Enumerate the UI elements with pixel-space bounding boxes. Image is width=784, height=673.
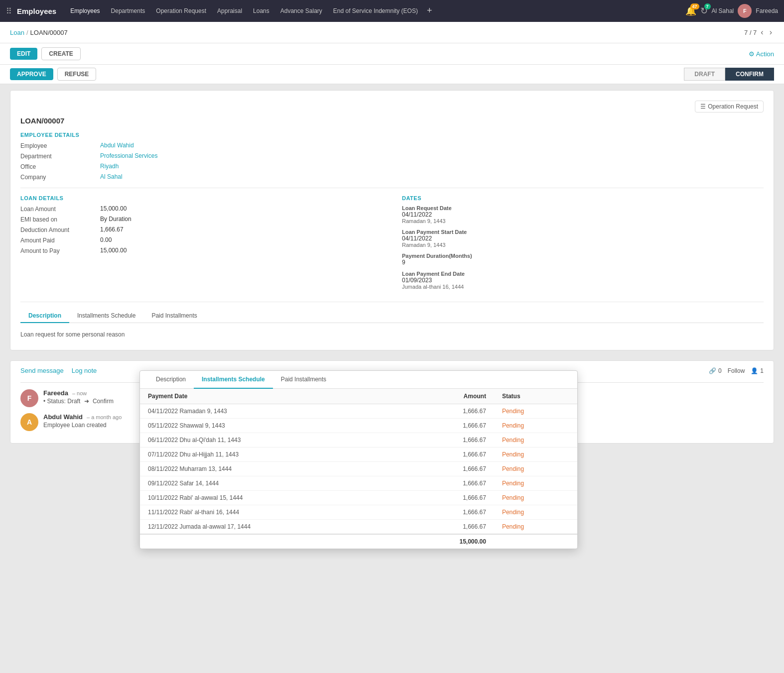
employee-field-value[interactable]: Abdul Wahid [100,142,134,149]
company-row: Company Al Sahal [20,173,764,181]
office-field-label: Office [20,163,100,170]
cell-amount: 1,666.67 [400,476,494,491]
step-draft[interactable]: DRAFT [684,68,725,81]
cell-status: Pending [494,476,577,491]
installments-popup: Description Installments Schedule Paid I… [139,370,578,549]
prev-page-button[interactable]: ‹ [759,27,765,38]
emi-value: By Duration [100,216,131,223]
create-button[interactable]: CREATE [41,47,80,60]
nav-loans[interactable]: Loans [248,5,274,16]
topnav: ⠿ Employees Employees Departments Operat… [0,0,784,22]
deduction-value: 1,666.67 [100,226,124,233]
breadcrumb-current: LOAN/00007 [30,29,68,36]
notifications-bell-wrap[interactable]: 🔔 47 [685,5,696,16]
approve-button[interactable]: APPROVE [10,68,53,80]
cell-amount: 1,666.67 [400,505,494,520]
nav-advance-salary[interactable]: Advance Salary [275,5,327,16]
bell-badge: 47 [690,3,699,9]
col-amount: Amount [400,389,494,404]
popup-tabs-bar: Description Installments Schedule Paid I… [140,371,577,389]
company-name: Al Sahal [712,7,734,14]
table-row: 12/11/2022 Jumada al-awwal 17, 1444 1,66… [140,520,577,535]
breadcrumb-bar: Loan / LOAN/00007 7 / 7 ‹ › [0,22,784,43]
follow-button[interactable]: Follow [728,367,745,374]
department-field-label: Department [20,152,100,160]
step-confirm[interactable]: CONFIRM [725,68,774,81]
deduction-row: Deduction Amount 1,666.67 [20,226,382,233]
cell-date: 06/11/2022 Dhu al-Qi'dah 11, 1443 [140,433,400,448]
grid-icon[interactable]: ⠿ [6,6,12,16]
payment-duration-group: Payment Duration(Months) 9 [402,253,764,266]
edit-button[interactable]: EDIT [10,48,37,60]
tab-installments-schedule[interactable]: Installments Schedule [69,309,143,323]
nav-employees[interactable]: Employees [65,5,105,16]
form-tabs-bar: Description Installments Schedule Paid I… [20,309,764,323]
log-note-button[interactable]: Log note [72,367,97,374]
tab-paid-installments[interactable]: Paid Installments [143,309,205,323]
table-row: 11/11/2022 Rabi' al-thani 16, 1444 1,666… [140,505,577,520]
chatter-meta: 🔗 0 Follow 👤 1 [709,367,764,374]
table-row: 04/11/2022 Ramadan 9, 1443 1,666.67 Pend… [140,404,577,419]
divider2 [20,302,764,302]
department-field-value[interactable]: Professional Services [100,152,157,159]
table-row: 06/11/2022 Dhu al-Qi'dah 11, 1443 1,666.… [140,433,577,448]
user-avatar[interactable]: F [738,4,752,18]
popup-tab-description[interactable]: Description [148,371,194,389]
pagination-text: 7 / 7 [744,29,757,36]
loan-start-date-label: Loan Payment Start Date [402,229,764,235]
links-count[interactable]: 🔗 0 [709,367,722,374]
office-field-value[interactable]: Riyadh [100,163,119,170]
company-field-value[interactable]: Al Sahal [100,173,123,180]
popup-tab-installments[interactable]: Installments Schedule [194,371,273,389]
loan-end-date-label: Loan Payment End Date [402,271,764,277]
operation-request-button[interactable]: ☰ Operation Request [695,101,764,112]
cell-date: 10/11/2022 Rabi' al-awwal 15, 1444 [140,491,400,505]
nav-appraisal[interactable]: Appraisal [212,5,247,16]
send-message-button[interactable]: Send message [20,367,64,374]
cell-amount: 1,666.67 [400,404,494,419]
amount-paid-value: 0.00 [100,236,112,243]
amount-to-pay-value: 15,000.00 [100,247,127,254]
form-title: LOAN/00007 [20,116,764,125]
status-steps: DRAFT CONFIRM [684,68,774,81]
tab-description[interactable]: Description [20,309,69,323]
cell-status: Pending [494,505,577,520]
amount-to-pay-label: Amount to Pay [20,247,100,254]
loan-end-date-group: Loan Payment End Date 01/09/2023 Jumada … [402,271,764,290]
loan-amount-row: Loan Amount 15,000.00 [20,205,382,213]
cell-status: Pending [494,491,577,505]
loan-start-date-group: Loan Payment Start Date 04/11/2022 Ramad… [402,229,764,248]
nav-departments[interactable]: Departments [106,5,150,16]
total-empty-status [494,534,577,549]
action-menu-link[interactable]: ⚙ Action [749,50,774,58]
payment-duration-value: 9 [402,259,764,266]
form-area: ☰ Operation Request LOAN/00007 Employee … [0,84,784,356]
amount-paid-row: Amount Paid 0.00 [20,236,382,244]
status-bar: APPROVE REFUSE DRAFT CONFIRM [0,65,784,84]
popup-tab-paid[interactable]: Paid Installments [273,371,334,389]
refresh-wrap[interactable]: ↻ 7 [700,5,708,16]
breadcrumb-parent[interactable]: Loan [10,29,24,36]
company-field-label: Company [20,173,100,181]
nav-operation-request[interactable]: Operation Request [151,5,211,16]
cell-date: 09/11/2022 Safar 14, 1444 [140,476,400,491]
refuse-button[interactable]: REFUSE [57,68,97,81]
emi-row: EMI based on By Duration [20,216,382,223]
total-empty-date [140,534,400,549]
next-page-button[interactable]: › [768,27,774,38]
brand-label: Employees [17,7,56,15]
loan-request-date-value: 04/11/2022 [402,211,764,218]
cell-amount: 1,666.67 [400,448,494,462]
cell-amount: 1,666.67 [400,433,494,448]
cell-amount: 1,666.67 [400,491,494,505]
loan-details-col: Loan Details Loan Amount 15,000.00 EMI b… [20,195,382,295]
breadcrumb-separator: / [26,29,28,36]
cell-amount: 1,666.67 [400,419,494,433]
tab-description-content: Loan request for some personal reason [20,329,764,340]
nav-eos[interactable]: End of Service Indemnity (EOS) [328,5,423,16]
topnav-right: 🔔 47 ↻ 7 Al Sahal F Fareeda [685,4,778,18]
avatar-initial: F [743,8,747,14]
followers-count[interactable]: 👤 1 [751,367,764,374]
add-menu-icon[interactable]: + [424,5,435,16]
form-card: ☰ Operation Request LOAN/00007 Employee … [10,90,774,350]
